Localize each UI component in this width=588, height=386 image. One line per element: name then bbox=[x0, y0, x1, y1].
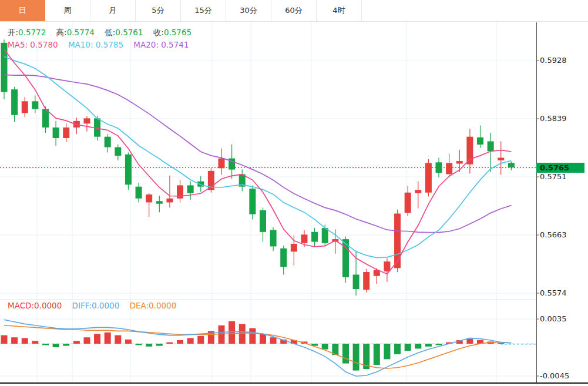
tab-4hour[interactable]: 4时 bbox=[317, 0, 362, 21]
open-value: 0.5772 bbox=[18, 28, 46, 37]
diff-label: DIFF: bbox=[72, 301, 92, 310]
tab-15min[interactable]: 15分 bbox=[181, 0, 226, 21]
close-value: 0.5765 bbox=[164, 28, 191, 37]
ohlc-readout: 开:0.5772 高:0.5774 低:0.5761 收:0.5765 bbox=[8, 28, 191, 38]
tab-week[interactable]: 周 bbox=[45, 0, 90, 21]
high-label: 高: bbox=[56, 28, 67, 37]
timeframe-tabbar: 日 周 月 5分 15分 30分 60分 4时 bbox=[0, 0, 588, 22]
ma-readout: MA5: 0.5780 MA10: 0.5785 MA20: 0.5741 bbox=[8, 40, 189, 49]
macd-value: 0.0000 bbox=[34, 301, 62, 310]
ma5-value: 0.5780 bbox=[30, 40, 58, 49]
low-value: 0.5761 bbox=[115, 28, 143, 37]
close-label: 收: bbox=[153, 28, 164, 37]
y-axis-label: 0.5751 bbox=[540, 172, 567, 181]
y-axis-label: 0.5574 bbox=[540, 288, 567, 297]
last-price-tag: 0.5765 bbox=[536, 163, 584, 173]
macd-readout: MACD:0.0000 DIFF:0.0000 DEA:0.0000 bbox=[8, 301, 176, 310]
open-label: 开: bbox=[8, 28, 18, 37]
dea-value: 0.0000 bbox=[149, 301, 176, 310]
ma20-label: MA20: bbox=[133, 40, 159, 49]
tab-day[interactable]: 日 bbox=[0, 0, 45, 21]
y-axis-label-macd: 0.0035 bbox=[540, 314, 567, 323]
y-axis-label: 0.5928 bbox=[540, 56, 567, 65]
y-axis-label: 0.5663 bbox=[540, 230, 567, 239]
trading-chart-app: 日 周 月 5分 15分 30分 60分 4时 开:0.5772 高:0.577… bbox=[0, 0, 588, 386]
dea-label: DEA: bbox=[130, 301, 149, 310]
low-label: 低: bbox=[105, 28, 115, 37]
macd-label: MACD: bbox=[8, 301, 34, 310]
ma10-value: 0.5785 bbox=[96, 40, 123, 49]
tab-30min[interactable]: 30分 bbox=[226, 0, 271, 21]
candlestick-chart-canvas[interactable] bbox=[0, 0, 588, 386]
ma10-label: MA10: bbox=[68, 40, 93, 49]
tab-month[interactable]: 月 bbox=[90, 0, 136, 21]
high-value: 0.5774 bbox=[67, 28, 95, 37]
ma20-value: 0.5741 bbox=[161, 40, 189, 49]
ma5-label: MA5: bbox=[8, 40, 28, 49]
tab-60min[interactable]: 60分 bbox=[271, 0, 317, 21]
y-axis-label-macd: -0.0045 bbox=[540, 371, 569, 380]
tab-5min[interactable]: 5分 bbox=[136, 0, 181, 21]
y-axis-label: 0.5839 bbox=[540, 114, 567, 123]
diff-value: 0.0000 bbox=[92, 301, 119, 310]
